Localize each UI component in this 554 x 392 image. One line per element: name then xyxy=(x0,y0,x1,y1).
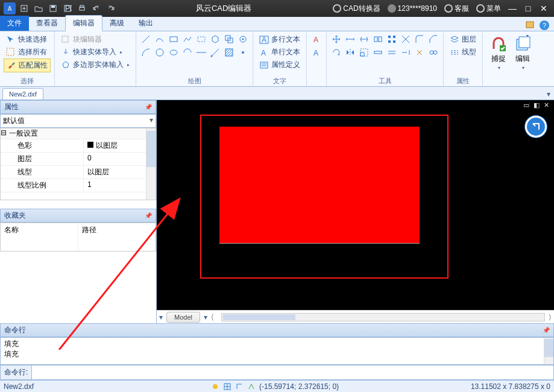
text-a-icon[interactable]: A xyxy=(310,33,323,45)
text-a2-icon[interactable]: A xyxy=(310,46,323,58)
arc2-icon[interactable] xyxy=(181,46,194,58)
pin-icon[interactable]: 📌 xyxy=(543,327,550,334)
menu-link[interactable]: 菜单 xyxy=(476,4,501,14)
hatch-icon[interactable] xyxy=(223,46,235,58)
property-category[interactable]: ⊟一般设置 xyxy=(1,128,156,139)
doctabs-dropdown[interactable]: ▾ xyxy=(543,89,554,100)
minimize-button[interactable]: — xyxy=(506,2,519,14)
tab-viewer[interactable]: 查看器 xyxy=(29,16,65,31)
properties-filter-combo[interactable]: 默认值▾ xyxy=(0,114,156,128)
ellipse-icon[interactable] xyxy=(168,46,180,58)
split-icon[interactable] xyxy=(372,33,384,45)
tab-editor[interactable]: 编辑器 xyxy=(65,15,102,31)
viewport-controls-icon[interactable]: ▭ ◧ ✕ xyxy=(523,101,550,109)
new-icon[interactable] xyxy=(18,2,30,14)
property-row-color[interactable]: 色彩以图层 xyxy=(1,139,156,153)
tab-output[interactable]: 输出 xyxy=(131,16,160,31)
rotate-icon[interactable] xyxy=(330,46,342,58)
property-row-layer[interactable]: 图层0 xyxy=(1,153,156,166)
print-icon[interactable] xyxy=(76,2,88,14)
rect2-icon[interactable] xyxy=(195,33,207,45)
spline-icon[interactable] xyxy=(154,33,166,45)
favorites-grid[interactable]: 名称 路径 xyxy=(0,223,156,251)
poly-solid-input-button[interactable]: 多边形实体输入▸ xyxy=(58,58,132,71)
drawing-canvas[interactable]: ▭ ◧ ✕ xyxy=(157,100,554,310)
undo-icon[interactable] xyxy=(90,2,102,14)
command-history[interactable]: 填充 填充 xyxy=(0,337,554,365)
redo-icon[interactable] xyxy=(105,2,117,14)
polyline-icon[interactable] xyxy=(181,33,194,45)
scrollbar[interactable] xyxy=(544,338,553,364)
drawn-filled-rectangle[interactable] xyxy=(219,127,420,244)
attrdef-button[interactable]: 属性定义 xyxy=(257,58,303,71)
ucs-badge-icon[interactable] xyxy=(525,116,547,138)
point2-icon[interactable] xyxy=(237,46,249,58)
dim2-icon[interactable] xyxy=(358,33,370,45)
command-input[interactable] xyxy=(32,365,553,379)
mtext-button[interactable]: A多行文本 xyxy=(257,33,303,46)
cad-converter-link[interactable]: CAD转换器 xyxy=(333,4,380,14)
mirror-icon[interactable] xyxy=(344,46,356,58)
open-icon[interactable] xyxy=(33,2,45,14)
property-row-linescale[interactable]: 线型比例1 xyxy=(1,179,156,192)
circle-icon[interactable] xyxy=(154,46,166,58)
hexagon-icon[interactable] xyxy=(209,33,221,45)
palette-icon[interactable]: ▾ xyxy=(525,20,536,31)
chamfer-icon[interactable] xyxy=(427,33,439,45)
rect-icon[interactable] xyxy=(168,33,180,45)
properties-header[interactable]: 属性📌 xyxy=(0,100,156,114)
user-link[interactable]: 123****8910 xyxy=(388,4,437,13)
document-tab[interactable]: New2.dxf xyxy=(2,88,43,100)
explode-icon[interactable] xyxy=(414,46,426,58)
help-icon[interactable]: ? xyxy=(540,21,549,30)
favorites-header[interactable]: 收藏夹📌 xyxy=(0,209,156,223)
maximize-button[interactable]: □ xyxy=(521,2,535,14)
stext-button[interactable]: A单行文本 xyxy=(257,46,303,58)
stretch-icon[interactable] xyxy=(372,46,384,58)
scale-icon[interactable] xyxy=(358,46,370,58)
xline-icon[interactable] xyxy=(195,46,207,58)
edit-button[interactable]: 编辑▾ xyxy=(511,33,535,73)
modelbar-dropdown2[interactable]: ▾ xyxy=(204,313,207,321)
pin-icon[interactable]: 📌 xyxy=(145,104,152,110)
array-icon[interactable] xyxy=(386,33,398,45)
linetype-button[interactable]: 线型 xyxy=(447,46,479,58)
join-icon[interactable] xyxy=(427,46,439,58)
extend-icon[interactable] xyxy=(400,46,412,58)
select-all-button[interactable]: 选择所有 xyxy=(4,46,51,58)
property-row-linetype[interactable]: 线型以图层 xyxy=(1,166,156,179)
line-icon[interactable] xyxy=(140,33,152,45)
quick-select-button[interactable]: 快速选择 xyxy=(4,33,51,46)
model-tab[interactable]: Model xyxy=(166,312,200,323)
status-snap-icon[interactable] xyxy=(247,382,256,391)
horizontal-scrollbar[interactable] xyxy=(221,313,545,321)
command-header[interactable]: 命令行📌 xyxy=(0,323,554,337)
move-icon[interactable] xyxy=(330,33,342,45)
block-editor-button[interactable]: 块编辑器 xyxy=(58,33,132,46)
snap-button[interactable]: 捕捉▾ xyxy=(486,33,511,73)
fillet-icon[interactable] xyxy=(414,33,426,45)
properties-grid[interactable]: ⊟一般设置 色彩以图层 图层0 线型以图层 线型比例1 xyxy=(0,128,156,200)
close-button[interactable]: ✕ xyxy=(537,2,550,14)
pin-icon[interactable]: 📌 xyxy=(145,212,152,219)
modelbar-dropdown[interactable]: ▾ xyxy=(159,313,163,321)
copy-shape-icon[interactable] xyxy=(223,33,235,45)
status-light-icon[interactable] xyxy=(211,382,219,391)
match-properties-button[interactable]: 匹配属性 xyxy=(4,58,51,72)
scrollbar[interactable] xyxy=(146,128,156,200)
support-link[interactable]: 客服 xyxy=(444,4,469,14)
tab-advanced[interactable]: 高级 xyxy=(102,16,131,31)
layer-button[interactable]: 图层 xyxy=(447,33,479,46)
trim-icon[interactable] xyxy=(400,33,412,45)
status-grid-icon[interactable] xyxy=(223,382,231,391)
offset-icon[interactable] xyxy=(386,46,398,58)
dim-icon[interactable] xyxy=(344,33,356,45)
save-pdf-icon[interactable]: PDF xyxy=(61,2,74,14)
arc-icon[interactable] xyxy=(140,46,152,58)
point-icon[interactable] xyxy=(237,33,249,45)
ray-icon[interactable] xyxy=(209,46,221,58)
status-ortho-icon[interactable] xyxy=(235,382,244,391)
quick-solid-import-button[interactable]: 快速实体导入▸ xyxy=(58,46,132,58)
tab-file[interactable]: 文件 xyxy=(0,16,29,31)
save-icon[interactable] xyxy=(47,2,59,14)
